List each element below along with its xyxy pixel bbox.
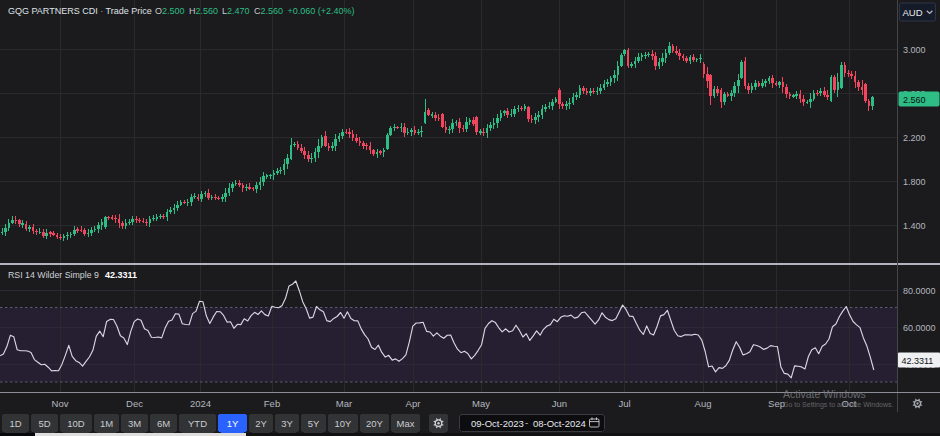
svg-text:RSI 14 Wilder Simple 9: RSI 14 Wilder Simple 9: [8, 270, 99, 280]
svg-text:10D: 10D: [67, 418, 85, 429]
svg-text:2.200: 2.200: [903, 133, 926, 143]
svg-text:L2.470: L2.470: [222, 6, 250, 16]
svg-text:10Y: 10Y: [335, 418, 353, 429]
svg-text:3M: 3M: [128, 418, 141, 429]
svg-text:H2.560: H2.560: [189, 6, 218, 16]
svg-text:1.400: 1.400: [903, 221, 926, 231]
svg-text:Aug: Aug: [695, 398, 712, 409]
svg-text:3.000: 3.000: [903, 45, 926, 55]
svg-text:C2.560: C2.560: [254, 6, 283, 16]
svg-text:6M: 6M: [157, 418, 170, 429]
svg-text:5Y: 5Y: [308, 418, 320, 429]
svg-text:1Y: 1Y: [227, 418, 239, 429]
svg-text:Apr: Apr: [406, 398, 421, 409]
svg-text:60.0000: 60.0000: [903, 323, 936, 333]
svg-text:Dec: Dec: [126, 398, 143, 409]
svg-text:O2.500: O2.500: [155, 6, 185, 16]
svg-text:2.560: 2.560: [903, 95, 926, 105]
svg-text:YTD: YTD: [188, 418, 207, 429]
svg-text:5D: 5D: [38, 418, 50, 429]
svg-text:2Y: 2Y: [255, 418, 267, 429]
svg-text:Go to Settings to activate Win: Go to Settings to activate Windows.: [783, 401, 894, 409]
svg-text:Activate Windows: Activate Windows: [783, 388, 866, 400]
svg-text:3Y: 3Y: [281, 418, 293, 429]
svg-text:20Y: 20Y: [366, 418, 384, 429]
svg-text:Max: Max: [397, 418, 415, 429]
svg-text:1D: 1D: [9, 418, 21, 429]
svg-text:Feb: Feb: [264, 398, 280, 409]
svg-text:May: May: [472, 398, 490, 409]
svg-text:+0.060 (+2.40%): +0.060 (+2.40%): [288, 6, 355, 16]
svg-text:80.0000: 80.0000: [903, 286, 936, 296]
svg-text:AUD: AUD: [903, 7, 923, 18]
svg-text:42.3311: 42.3311: [902, 356, 934, 366]
svg-text:08-Oct-2024: 08-Oct-2024: [533, 418, 586, 429]
svg-text:Jun: Jun: [552, 398, 567, 409]
svg-text:2024: 2024: [190, 398, 211, 409]
svg-text:GQG PARTNERS CDI · Trade Price: GQG PARTNERS CDI · Trade Price: [8, 6, 152, 16]
svg-text:09-Oct-2023: 09-Oct-2023: [471, 418, 524, 429]
svg-text:1M: 1M: [100, 418, 113, 429]
svg-text:Jul: Jul: [618, 398, 630, 409]
svg-text:42.3311: 42.3311: [105, 270, 137, 280]
svg-text:Nov: Nov: [52, 398, 69, 409]
svg-text:Mar: Mar: [336, 398, 352, 409]
svg-text:-: -: [525, 417, 528, 428]
svg-text:1.800: 1.800: [903, 177, 926, 187]
